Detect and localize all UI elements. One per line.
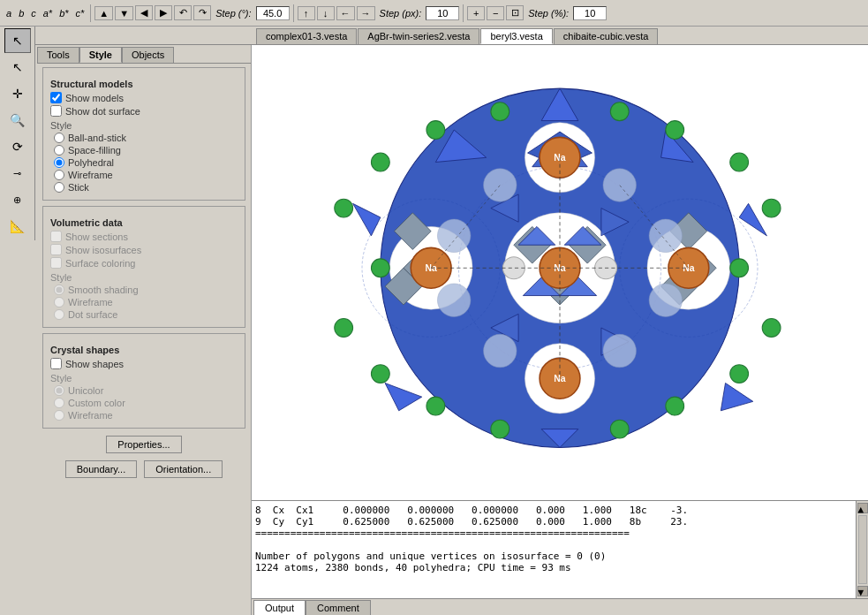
polyhedral-label: Polyhedral <box>68 157 114 168</box>
volumetric-data-section: Volumetric data Show sections Show isosu… <box>42 206 245 328</box>
ball-and-stick-radio[interactable] <box>54 133 64 143</box>
space-filling-label: Space-filling <box>68 145 121 156</box>
unicolor-label: Unicolor <box>68 385 103 396</box>
output-tab-comment[interactable]: Comment <box>306 600 371 615</box>
tab-beryl[interactable]: beryl3.vesta <box>480 28 552 44</box>
space-filling-radio[interactable] <box>54 145 64 156</box>
scrollbar-up-btn[interactable]: ▲ <box>857 503 868 513</box>
tab-agbr[interactable]: AgBr-twin-series2.vesta <box>358 28 479 44</box>
step-px-input[interactable] <box>426 6 459 20</box>
output-text: 8 Cx Cx1 0.000000 0.000000 0.000000 0.00… <box>255 505 864 573</box>
vol-style-sublabel: Style <box>50 272 238 283</box>
bond-tool-btn[interactable]: ⊸ <box>4 161 31 186</box>
show-sections-label: Show sections <box>65 232 128 242</box>
axis-c-label: c <box>28 8 39 19</box>
svg-point-69 <box>610 420 629 438</box>
output-scrollbar[interactable]: ▲ ▼ <box>856 501 868 598</box>
wireframe-vol-label: Wireframe <box>68 297 113 308</box>
step-angle-input[interactable] <box>256 6 290 20</box>
orientation-btn[interactable]: Orientation... <box>144 460 223 478</box>
wireframe-crys-label: Wireframe <box>68 410 113 421</box>
stick-label: Stick <box>68 182 89 193</box>
svg-point-58 <box>335 199 353 217</box>
unicolor-radio[interactable] <box>54 385 64 396</box>
rotate-down-btn[interactable]: ▼ <box>115 6 133 20</box>
translate-down-btn[interactable]: ↓ <box>317 6 335 20</box>
svg-point-57 <box>610 102 629 121</box>
svg-point-64 <box>371 365 389 383</box>
zoom-in-btn[interactable]: + <box>467 6 485 20</box>
atom-tool-btn[interactable]: ⊕ <box>4 187 31 212</box>
smooth-shading-radio[interactable] <box>54 285 64 295</box>
surface-coloring-row: Surface coloring <box>50 257 238 269</box>
step-px-label: Step (px): <box>377 8 425 19</box>
btn-row-boundary: Boundary... Orientation... <box>42 459 245 480</box>
rotate-right-btn[interactable]: ▶ <box>155 5 172 20</box>
rotate-ccw-btn[interactable]: ↶ <box>174 5 192 20</box>
svg-point-35 <box>437 219 471 253</box>
main-area: complex01-3.vesta AgBr-twin-series2.vest… <box>0 27 868 615</box>
vol-style-subgroup: Smooth shading Wireframe Dot surface <box>54 285 238 320</box>
cursor2-tool-btn[interactable]: ↖ <box>4 55 31 80</box>
svg-point-41 <box>603 334 637 368</box>
show-models-checkbox[interactable] <box>50 92 62 103</box>
wireframe-struct-radio[interactable] <box>54 170 64 180</box>
zoom-fit-btn[interactable]: ⊡ <box>506 5 524 20</box>
show-dot-surface-checkbox[interactable] <box>50 105 62 117</box>
custom-color-label: Custom color <box>68 398 125 408</box>
wireframe-vol-radio[interactable] <box>54 297 64 308</box>
boundary-btn[interactable]: Boundary... <box>65 460 137 478</box>
stick-radio[interactable] <box>54 182 64 193</box>
move-tool-btn[interactable]: ✛ <box>4 81 31 106</box>
rotate-cw-btn[interactable]: ↷ <box>193 5 211 20</box>
surface-coloring-checkbox[interactable] <box>50 257 62 269</box>
custom-color-radio[interactable] <box>54 398 64 408</box>
output-content[interactable]: ▲ ▼ 8 Cx Cx1 0.000000 0.000000 0.000000 … <box>252 501 868 598</box>
output-tab-output[interactable]: Output <box>253 600 306 615</box>
polyhedral-radio[interactable] <box>54 157 64 168</box>
style-sublabel: Style <box>50 120 238 131</box>
dot-surface-radio[interactable] <box>54 309 64 320</box>
svg-point-62 <box>371 259 389 277</box>
properties-btn[interactable]: Properties... <box>106 436 181 453</box>
cursor-tool-btn[interactable]: ↖ <box>4 45 31 53</box>
show-shapes-checkbox[interactable] <box>50 358 62 369</box>
translate-right-btn[interactable]: → <box>357 6 375 20</box>
show-sections-checkbox[interactable] <box>50 231 62 242</box>
svg-point-40 <box>484 334 517 368</box>
svg-point-38 <box>649 284 683 317</box>
axis-a-star-label: a* <box>41 8 55 19</box>
smooth-shading-label: Smooth shading <box>68 285 139 295</box>
rotate-left-btn[interactable]: ◀ <box>135 5 153 20</box>
svg-point-68 <box>491 420 509 438</box>
tab-complex01[interactable]: complex01-3.vesta <box>256 28 357 44</box>
rotate-tool-btn[interactable]: ⟳ <box>4 134 31 159</box>
translate-left-btn[interactable]: ← <box>336 6 355 20</box>
crys-style-sublabel: Style <box>50 373 238 383</box>
show-models-row: Show models <box>50 92 238 103</box>
measure-tool-btn[interactable]: 📐 <box>4 214 31 239</box>
zoom-tool-btn[interactable]: 🔍 <box>4 108 31 133</box>
show-isosurfaces-checkbox[interactable] <box>50 244 62 255</box>
sep2 <box>293 4 294 22</box>
translate-up-btn[interactable]: ↑ <box>298 6 315 20</box>
svg-point-52 <box>371 153 389 171</box>
icon-column: ↖ ↖ ✛ 🔍 ⟳ ⊸ ⊕ 📐 <box>0 45 35 240</box>
tab-style[interactable]: Style <box>79 47 122 63</box>
scrollbar-down-btn[interactable]: ▼ <box>857 586 868 596</box>
rotate-up-btn[interactable]: ▲ <box>94 6 113 20</box>
sep1 <box>90 4 91 22</box>
wireframe-crys-radio[interactable] <box>54 410 64 421</box>
svg-text:Na: Na <box>425 263 437 273</box>
content: ↖ ↖ ✛ 🔍 ⟳ ⊸ ⊕ 📐 Tools Style Objects Stru… <box>0 45 868 615</box>
axis-b-star-label: b* <box>57 8 71 19</box>
tab-tools[interactable]: Tools <box>37 47 79 63</box>
zoom-out-btn[interactable]: − <box>487 6 504 20</box>
tab-objects[interactable]: Objects <box>122 47 174 63</box>
space-filling-row: Space-filling <box>54 145 238 156</box>
step-pct-input[interactable] <box>573 6 607 20</box>
tab-chibaite[interactable]: chibaite-cubic.vesta <box>554 28 659 44</box>
svg-point-36 <box>649 219 683 253</box>
show-models-label: Show models <box>65 93 124 103</box>
canvas-area[interactable]: Na Na Na Na Na <box>252 45 868 500</box>
